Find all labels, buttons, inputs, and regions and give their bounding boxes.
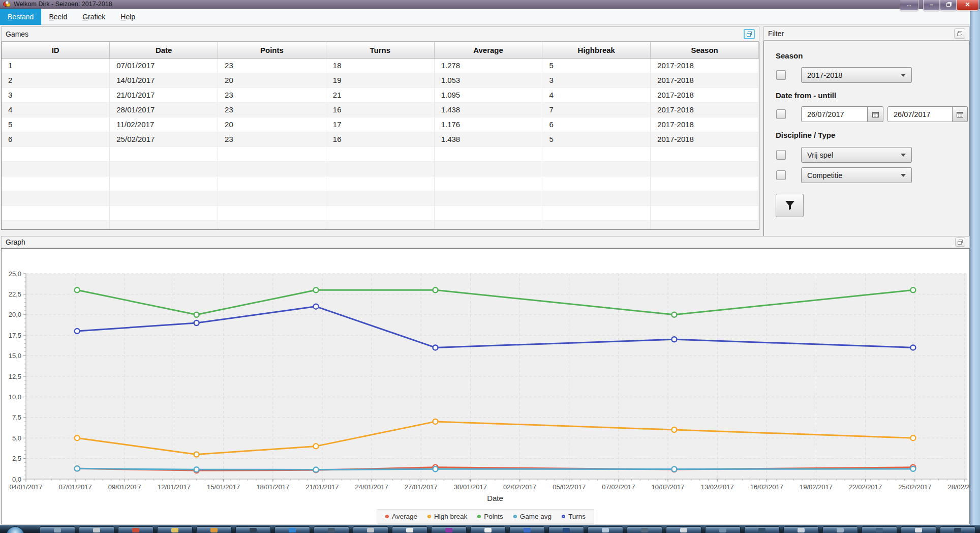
table-row[interactable]: 107/01/201723181.27852017-2018 bbox=[2, 58, 759, 73]
taskbar-app-icon bbox=[954, 528, 961, 532]
taskbar-button[interactable] bbox=[470, 526, 506, 533]
graph-float-button[interactable] bbox=[955, 238, 965, 247]
taskbar-button[interactable] bbox=[392, 526, 427, 533]
type-dropdown-value: Competitie bbox=[807, 171, 901, 180]
date-to-input[interactable]: 26/07/2017 bbox=[887, 106, 953, 122]
legend-item-game-avg[interactable]: Game avg bbox=[513, 513, 552, 520]
taskbar-button[interactable] bbox=[744, 526, 780, 533]
taskbar-button[interactable] bbox=[862, 526, 897, 533]
season-checkbox[interactable] bbox=[776, 70, 786, 80]
taskbar-button[interactable] bbox=[901, 526, 936, 533]
taskbar-button[interactable] bbox=[157, 526, 193, 533]
table-row[interactable]: 428/01/201723161.43872017-2018 bbox=[2, 102, 759, 117]
taskbar-button[interactable] bbox=[353, 526, 388, 533]
column-header-id[interactable]: ID bbox=[2, 42, 110, 58]
table-cell bbox=[434, 176, 542, 191]
svg-text:22/02/2017: 22/02/2017 bbox=[849, 483, 882, 491]
table-cell bbox=[218, 146, 326, 161]
menu-item-help[interactable]: Help bbox=[113, 9, 143, 25]
restore-icon bbox=[946, 3, 951, 7]
legend-item-average[interactable]: Average bbox=[385, 513, 417, 520]
taskbar-button[interactable] bbox=[548, 526, 584, 533]
legend-marker-icon bbox=[562, 515, 565, 518]
column-header-average[interactable]: Average bbox=[434, 42, 542, 58]
close-button[interactable]: ✕ bbox=[957, 0, 978, 11]
table-row[interactable]: 214/01/201720191.05332017-2018 bbox=[2, 73, 759, 87]
date-range-checkbox[interactable] bbox=[776, 109, 786, 119]
filter-float-button[interactable] bbox=[954, 28, 965, 39]
table-cell: 3 bbox=[2, 87, 110, 102]
svg-text:16/02/2017: 16/02/2017 bbox=[750, 483, 783, 491]
discipline-checkbox[interactable] bbox=[776, 150, 786, 160]
table-cell: 19 bbox=[326, 73, 434, 87]
taskbar-button[interactable] bbox=[118, 526, 154, 533]
svg-text:28/02/2017: 28/02/2017 bbox=[947, 483, 969, 491]
legend-item-turns[interactable]: Turns bbox=[562, 513, 586, 520]
table-cell bbox=[218, 205, 326, 220]
taskbar-app-icon bbox=[719, 528, 726, 532]
type-dropdown[interactable]: Competitie bbox=[801, 167, 912, 183]
minimize-button[interactable]: – bbox=[923, 0, 940, 11]
season-dropdown[interactable]: 2017-2018 bbox=[801, 67, 912, 83]
table-cell bbox=[2, 220, 110, 230]
maximize-button[interactable] bbox=[940, 0, 957, 11]
taskbar-button[interactable] bbox=[431, 526, 467, 533]
date-to-calendar-button[interactable] bbox=[953, 106, 968, 122]
taskbar-button[interactable] bbox=[235, 526, 271, 533]
table-row-empty bbox=[2, 146, 759, 161]
column-header-turns[interactable]: Turns bbox=[326, 42, 434, 58]
column-header-season[interactable]: Season bbox=[651, 42, 759, 58]
menu-item-grafiek[interactable]: Grafiek bbox=[75, 9, 113, 25]
menu-item-beeld[interactable]: Beeld bbox=[41, 9, 75, 25]
taskbar-button[interactable] bbox=[627, 526, 662, 533]
table-row[interactable]: 625/02/201723161.43852017-2018 bbox=[2, 132, 759, 146]
taskbar-button[interactable] bbox=[940, 526, 975, 533]
taskbar-button[interactable] bbox=[705, 526, 741, 533]
taskbar-app-icon bbox=[563, 528, 570, 532]
table-cell: 4 bbox=[2, 102, 110, 117]
taskbar-button[interactable] bbox=[274, 526, 310, 533]
table-cell bbox=[326, 176, 434, 191]
svg-text:10/02/2017: 10/02/2017 bbox=[652, 483, 685, 491]
table-row[interactable]: 321/01/201723211.09542017-2018 bbox=[2, 87, 759, 102]
legend-item-high-break[interactable]: High break bbox=[427, 513, 467, 520]
apply-filter-button[interactable] bbox=[776, 194, 804, 217]
table-cell bbox=[2, 161, 110, 176]
column-header-points[interactable]: Points bbox=[218, 42, 326, 58]
table-cell bbox=[110, 146, 218, 161]
taskbar-button[interactable] bbox=[588, 526, 623, 533]
taskbar-button[interactable] bbox=[666, 526, 701, 533]
date-from-input[interactable]: 26/07/2017 bbox=[801, 106, 868, 122]
calendar-icon bbox=[872, 111, 879, 117]
table-cell: 2017-2018 bbox=[651, 58, 759, 73]
games-float-button[interactable] bbox=[744, 29, 755, 39]
table-cell: 7 bbox=[542, 102, 651, 117]
menu-item-bestand[interactable]: Bestand bbox=[0, 9, 41, 25]
column-header-highbreak[interactable]: Highbreak bbox=[542, 42, 651, 58]
taskbar-button[interactable] bbox=[40, 526, 75, 533]
table-cell bbox=[326, 146, 434, 161]
table-cell bbox=[542, 161, 651, 176]
taskbar-button[interactable] bbox=[79, 526, 114, 533]
taskbar-button[interactable] bbox=[196, 526, 232, 533]
discipline-dropdown[interactable]: Vrij spel bbox=[801, 147, 912, 163]
table-cell: 1.278 bbox=[434, 58, 542, 73]
column-header-date[interactable]: Date bbox=[110, 42, 218, 58]
type-checkbox[interactable] bbox=[776, 170, 786, 180]
taskbar-button[interactable] bbox=[509, 526, 545, 533]
date-from-calendar-button[interactable] bbox=[868, 106, 883, 122]
table-cell bbox=[651, 220, 759, 230]
resize-button[interactable]: ↔ bbox=[900, 0, 918, 11]
legend-item-points[interactable]: Points bbox=[477, 513, 503, 520]
table-cell: 1.176 bbox=[434, 117, 542, 132]
svg-text:13/02/2017: 13/02/2017 bbox=[701, 483, 734, 491]
taskbar-button[interactable] bbox=[314, 526, 349, 533]
start-button[interactable] bbox=[6, 526, 24, 533]
table-row-empty bbox=[2, 220, 759, 230]
legend-label: Turns bbox=[568, 513, 586, 520]
svg-text:21/01/2017: 21/01/2017 bbox=[305, 483, 339, 491]
table-row[interactable]: 511/02/201720171.17662017-2018 bbox=[2, 117, 759, 132]
taskbar-button[interactable] bbox=[783, 526, 819, 533]
season-label: Season bbox=[776, 51, 803, 60]
taskbar-button[interactable] bbox=[822, 526, 858, 533]
